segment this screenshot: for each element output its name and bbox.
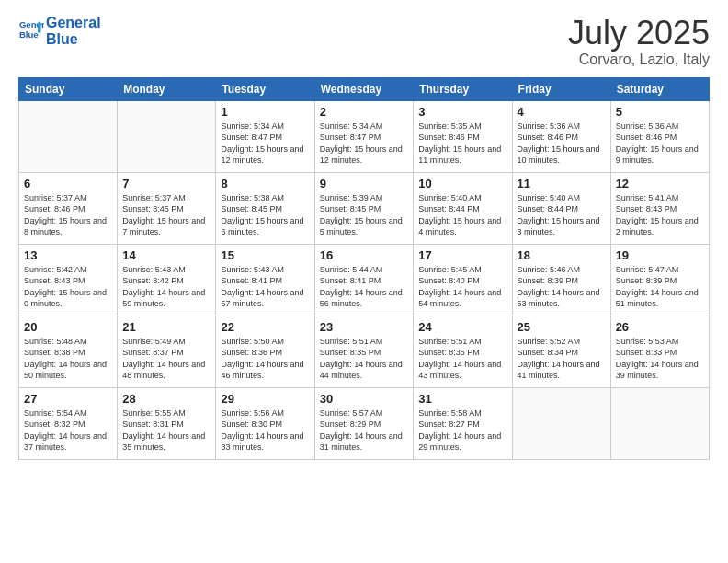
day-number: 2	[320, 105, 409, 119]
day-number: 21	[122, 320, 210, 334]
day-number: 24	[418, 320, 506, 334]
table-row: 12Sunrise: 5:41 AM Sunset: 8:43 PM Dayli…	[610, 172, 709, 244]
day-number: 30	[320, 392, 409, 406]
calendar-table: Sunday Monday Tuesday Wednesday Thursday…	[18, 77, 710, 460]
day-info: Sunrise: 5:40 AM Sunset: 8:44 PM Dayligh…	[518, 192, 606, 238]
table-row: 11Sunrise: 5:40 AM Sunset: 8:44 PM Dayli…	[512, 172, 610, 244]
day-number: 1	[221, 105, 309, 119]
day-info: Sunrise: 5:37 AM Sunset: 8:46 PM Dayligh…	[24, 192, 112, 238]
day-number: 11	[518, 177, 606, 190]
table-row: 26Sunrise: 5:53 AM Sunset: 8:33 PM Dayli…	[610, 316, 709, 387]
day-info: Sunrise: 5:50 AM Sunset: 8:36 PM Dayligh…	[221, 336, 309, 382]
day-info: Sunrise: 5:49 AM Sunset: 8:37 PM Dayligh…	[122, 336, 210, 382]
table-row: 28Sunrise: 5:55 AM Sunset: 8:31 PM Dayli…	[118, 387, 216, 459]
calendar-week-row: 13Sunrise: 5:42 AM Sunset: 8:43 PM Dayli…	[19, 244, 710, 316]
table-row	[19, 100, 118, 172]
day-info: Sunrise: 5:58 AM Sunset: 8:27 PM Dayligh…	[418, 408, 506, 454]
col-saturday: Saturday	[610, 77, 709, 100]
day-number: 7	[122, 177, 210, 190]
day-number: 20	[24, 320, 112, 334]
day-number: 26	[616, 320, 704, 334]
calendar-header-row: Sunday Monday Tuesday Wednesday Thursday…	[19, 77, 710, 100]
day-info: Sunrise: 5:48 AM Sunset: 8:38 PM Dayligh…	[24, 336, 112, 382]
table-row: 20Sunrise: 5:48 AM Sunset: 8:38 PM Dayli…	[19, 316, 118, 387]
table-row: 25Sunrise: 5:52 AM Sunset: 8:34 PM Dayli…	[512, 316, 610, 387]
table-row: 27Sunrise: 5:54 AM Sunset: 8:32 PM Dayli…	[19, 387, 118, 459]
day-info: Sunrise: 5:46 AM Sunset: 8:39 PM Dayligh…	[518, 264, 606, 310]
day-info: Sunrise: 5:52 AM Sunset: 8:34 PM Dayligh…	[518, 336, 606, 382]
table-row: 14Sunrise: 5:43 AM Sunset: 8:42 PM Dayli…	[118, 244, 216, 316]
table-row: 15Sunrise: 5:43 AM Sunset: 8:41 PM Dayli…	[216, 244, 314, 316]
day-info: Sunrise: 5:55 AM Sunset: 8:31 PM Dayligh…	[122, 408, 210, 454]
table-row	[512, 387, 610, 459]
day-info: Sunrise: 5:38 AM Sunset: 8:45 PM Dayligh…	[221, 192, 309, 238]
day-info: Sunrise: 5:41 AM Sunset: 8:43 PM Dayligh…	[616, 192, 704, 238]
table-row	[118, 100, 216, 172]
table-row: 22Sunrise: 5:50 AM Sunset: 8:36 PM Dayli…	[216, 316, 314, 387]
table-row: 21Sunrise: 5:49 AM Sunset: 8:37 PM Dayli…	[118, 316, 216, 387]
table-row: 23Sunrise: 5:51 AM Sunset: 8:35 PM Dayli…	[314, 316, 414, 387]
day-number: 29	[221, 392, 309, 406]
day-info: Sunrise: 5:42 AM Sunset: 8:43 PM Dayligh…	[24, 264, 112, 310]
day-number: 17	[418, 248, 506, 262]
day-info: Sunrise: 5:43 AM Sunset: 8:42 PM Dayligh…	[122, 264, 210, 310]
day-number: 16	[320, 248, 409, 262]
table-row: 10Sunrise: 5:40 AM Sunset: 8:44 PM Dayli…	[414, 172, 512, 244]
col-sunday: Sunday	[19, 77, 118, 100]
day-number: 14	[122, 248, 210, 262]
table-row: 9Sunrise: 5:39 AM Sunset: 8:45 PM Daylig…	[314, 172, 414, 244]
day-info: Sunrise: 5:34 AM Sunset: 8:47 PM Dayligh…	[320, 121, 409, 167]
table-row: 24Sunrise: 5:51 AM Sunset: 8:35 PM Dayli…	[414, 316, 512, 387]
day-info: Sunrise: 5:51 AM Sunset: 8:35 PM Dayligh…	[418, 336, 506, 382]
month-title: July 2025	[568, 15, 710, 52]
logo-blue: Blue	[46, 31, 101, 48]
day-number: 23	[320, 320, 409, 334]
logo: General Blue General Blue	[18, 15, 101, 47]
svg-text:Blue: Blue	[19, 29, 39, 39]
day-number: 31	[418, 392, 506, 406]
table-row: 3Sunrise: 5:35 AM Sunset: 8:46 PM Daylig…	[414, 100, 512, 172]
day-number: 4	[518, 105, 606, 119]
day-info: Sunrise: 5:45 AM Sunset: 8:40 PM Dayligh…	[418, 264, 506, 310]
day-info: Sunrise: 5:43 AM Sunset: 8:41 PM Dayligh…	[221, 264, 309, 310]
logo-general: General	[46, 15, 101, 31]
day-info: Sunrise: 5:35 AM Sunset: 8:46 PM Dayligh…	[418, 121, 506, 167]
table-row: 30Sunrise: 5:57 AM Sunset: 8:29 PM Dayli…	[314, 387, 414, 459]
day-number: 9	[320, 177, 409, 190]
table-row: 6Sunrise: 5:37 AM Sunset: 8:46 PM Daylig…	[19, 172, 118, 244]
table-row: 2Sunrise: 5:34 AM Sunset: 8:47 PM Daylig…	[314, 100, 414, 172]
table-row: 18Sunrise: 5:46 AM Sunset: 8:39 PM Dayli…	[512, 244, 610, 316]
calendar-week-row: 27Sunrise: 5:54 AM Sunset: 8:32 PM Dayli…	[19, 387, 710, 459]
day-info: Sunrise: 5:54 AM Sunset: 8:32 PM Dayligh…	[24, 408, 112, 454]
day-info: Sunrise: 5:44 AM Sunset: 8:41 PM Dayligh…	[320, 264, 409, 310]
day-info: Sunrise: 5:51 AM Sunset: 8:35 PM Dayligh…	[320, 336, 409, 382]
calendar-week-row: 20Sunrise: 5:48 AM Sunset: 8:38 PM Dayli…	[19, 316, 710, 387]
day-number: 5	[616, 105, 704, 119]
day-info: Sunrise: 5:37 AM Sunset: 8:45 PM Dayligh…	[122, 192, 210, 238]
day-number: 27	[24, 392, 112, 406]
logo-icon: General Blue	[18, 17, 44, 42]
table-row: 16Sunrise: 5:44 AM Sunset: 8:41 PM Dayli…	[314, 244, 414, 316]
calendar-week-row: 6Sunrise: 5:37 AM Sunset: 8:46 PM Daylig…	[19, 172, 710, 244]
day-number: 12	[616, 177, 704, 190]
title-block: July 2025 Corvaro, Lazio, Italy	[568, 15, 710, 68]
calendar-week-row: 1Sunrise: 5:34 AM Sunset: 8:47 PM Daylig…	[19, 100, 710, 172]
day-info: Sunrise: 5:36 AM Sunset: 8:46 PM Dayligh…	[616, 121, 704, 167]
day-number: 3	[418, 105, 506, 119]
page: General Blue General Blue July 2025 Corv…	[0, 0, 728, 563]
table-row: 17Sunrise: 5:45 AM Sunset: 8:40 PM Dayli…	[414, 244, 512, 316]
col-thursday: Thursday	[414, 77, 512, 100]
day-number: 25	[518, 320, 606, 334]
table-row: 13Sunrise: 5:42 AM Sunset: 8:43 PM Dayli…	[19, 244, 118, 316]
day-number: 8	[221, 177, 309, 190]
day-info: Sunrise: 5:47 AM Sunset: 8:39 PM Dayligh…	[616, 264, 704, 310]
day-number: 13	[24, 248, 112, 262]
col-friday: Friday	[512, 77, 610, 100]
day-info: Sunrise: 5:53 AM Sunset: 8:33 PM Dayligh…	[616, 336, 704, 382]
day-info: Sunrise: 5:56 AM Sunset: 8:30 PM Dayligh…	[221, 408, 309, 454]
day-info: Sunrise: 5:36 AM Sunset: 8:46 PM Dayligh…	[518, 121, 606, 167]
table-row: 19Sunrise: 5:47 AM Sunset: 8:39 PM Dayli…	[610, 244, 709, 316]
day-info: Sunrise: 5:40 AM Sunset: 8:44 PM Dayligh…	[418, 192, 506, 238]
day-number: 6	[24, 177, 112, 190]
day-info: Sunrise: 5:39 AM Sunset: 8:45 PM Dayligh…	[320, 192, 409, 238]
